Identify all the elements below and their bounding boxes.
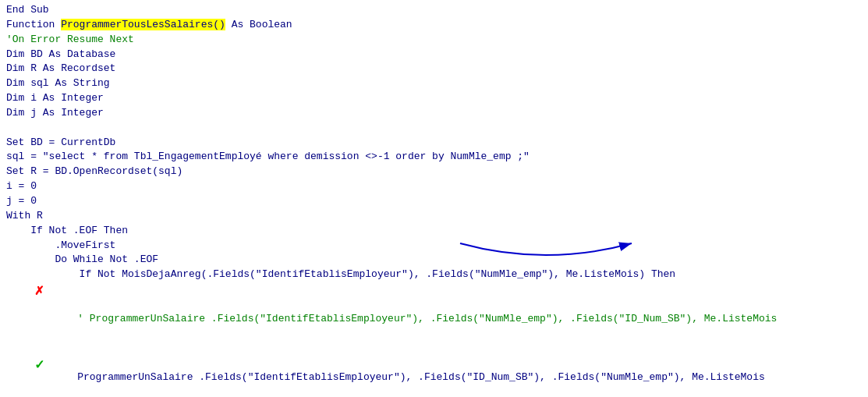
code-line-3: 'On Error Resume Next [6, 33, 862, 48]
red-x-annotation: ✗ [34, 282, 44, 300]
code-line-13: i = 0 [6, 179, 862, 194]
code-line-12: Set R = BD.OpenRecordset(sql) [6, 165, 862, 179]
code-line-4: Dim BD As Database [6, 48, 862, 62]
code-line-10: Set BD = CurrentDb [6, 136, 862, 151]
code-line-11: sql = "select * from Tbl_EngagementEmplo… [6, 150, 862, 165]
green-check-annotation: ✓ [34, 356, 44, 374]
code-line-15: With R [6, 209, 862, 224]
code-editor: End Sub Function ProgrammerTousLesSalair… [0, 0, 868, 397]
code-line-5: Dim R As Recordset [6, 62, 862, 76]
code-line-8: Dim j As Integer [6, 106, 862, 121]
code-line-9 [6, 121, 862, 136]
code-line-6: Dim sql As String [6, 76, 862, 91]
blue-arrow-annotation [452, 236, 647, 267]
code-line-14: j = 0 [6, 194, 862, 209]
code-line-17: .MoveFirst [6, 239, 862, 253]
code-line-18: Do While Not .EOF [6, 253, 862, 268]
code-line-2: Function ProgrammerTousLesSalaires() As … [6, 18, 862, 33]
code-line-20: ' ProgrammerUnSalaire .Fields("IdentifEt… [6, 282, 862, 356]
code-line-1: End Sub [6, 3, 862, 18]
code-line-16: If Not .EOF Then [6, 224, 862, 239]
code-line-19: If Not MoisDejaAnreg(.Fields("IdentifEta… [6, 268, 862, 282]
code-line-21: ProgrammerUnSalaire .Fields("IdentifEtab… [6, 356, 862, 397]
code-line-7: Dim i As Integer [6, 91, 862, 106]
